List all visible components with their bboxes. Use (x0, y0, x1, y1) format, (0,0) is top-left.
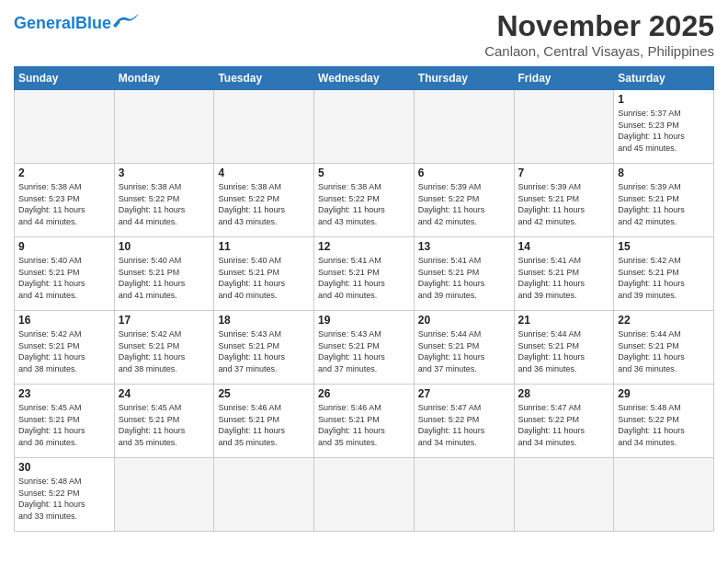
logo-text: GeneralBlue (14, 14, 111, 33)
calendar-day-cell: 12Sunrise: 5:41 AM Sunset: 5:21 PM Dayli… (314, 237, 415, 311)
day-number: 24 (119, 387, 210, 400)
day-number: 26 (318, 387, 410, 400)
day-info: Sunrise: 5:42 AM Sunset: 5:21 PM Dayligh… (18, 328, 110, 374)
calendar-header-thursday: Thursday (414, 67, 514, 90)
day-number: 3 (119, 167, 210, 179)
day-number: 21 (518, 314, 610, 327)
calendar-day-cell (214, 90, 314, 164)
calendar-header-wednesday: Wednesday (314, 67, 415, 90)
calendar-day-cell: 6Sunrise: 5:39 AM Sunset: 5:22 PM Daylig… (414, 164, 514, 237)
calendar-day-cell: 14Sunrise: 5:41 AM Sunset: 5:21 PM Dayli… (514, 237, 614, 311)
day-info: Sunrise: 5:39 AM Sunset: 5:22 PM Dayligh… (418, 181, 510, 227)
day-number: 25 (218, 387, 310, 400)
calendar-day-cell: 22Sunrise: 5:44 AM Sunset: 5:21 PM Dayli… (614, 311, 714, 385)
calendar-week-row: 16Sunrise: 5:42 AM Sunset: 5:21 PM Dayli… (15, 311, 714, 385)
calendar-week-row: 1Sunrise: 5:37 AM Sunset: 5:23 PM Daylig… (15, 90, 714, 164)
day-info: Sunrise: 5:39 AM Sunset: 5:21 PM Dayligh… (518, 181, 610, 227)
calendar-day-cell: 4Sunrise: 5:38 AM Sunset: 5:22 PM Daylig… (214, 164, 314, 237)
calendar-day-cell: 30Sunrise: 5:48 AM Sunset: 5:22 PM Dayli… (15, 458, 115, 532)
calendar-day-cell (414, 458, 514, 532)
day-number: 27 (418, 387, 510, 400)
day-number: 7 (518, 167, 610, 179)
calendar-day-cell: 1Sunrise: 5:37 AM Sunset: 5:23 PM Daylig… (614, 90, 714, 164)
day-info: Sunrise: 5:41 AM Sunset: 5:21 PM Dayligh… (318, 255, 410, 301)
calendar-day-cell (214, 458, 314, 532)
day-number: 10 (119, 240, 210, 253)
day-number: 2 (18, 167, 110, 179)
calendar-day-cell: 9Sunrise: 5:40 AM Sunset: 5:21 PM Daylig… (15, 237, 115, 311)
day-info: Sunrise: 5:38 AM Sunset: 5:22 PM Dayligh… (218, 181, 310, 227)
calendar-day-cell: 28Sunrise: 5:47 AM Sunset: 5:22 PM Dayli… (514, 385, 614, 458)
calendar-week-row: 2Sunrise: 5:38 AM Sunset: 5:23 PM Daylig… (15, 164, 714, 237)
calendar-day-cell: 17Sunrise: 5:42 AM Sunset: 5:21 PM Dayli… (114, 311, 214, 385)
calendar-day-cell (15, 90, 115, 164)
calendar-day-cell (614, 458, 714, 532)
day-info: Sunrise: 5:46 AM Sunset: 5:21 PM Dayligh… (218, 402, 310, 448)
day-info: Sunrise: 5:40 AM Sunset: 5:21 PM Dayligh… (119, 255, 210, 301)
calendar-day-cell: 8Sunrise: 5:39 AM Sunset: 5:21 PM Daylig… (614, 164, 714, 237)
calendar-day-cell: 13Sunrise: 5:41 AM Sunset: 5:21 PM Dayli… (414, 237, 514, 311)
day-info: Sunrise: 5:41 AM Sunset: 5:21 PM Dayligh… (418, 255, 510, 301)
day-info: Sunrise: 5:39 AM Sunset: 5:21 PM Dayligh… (618, 181, 710, 227)
calendar-day-cell: 23Sunrise: 5:45 AM Sunset: 5:21 PM Dayli… (15, 385, 115, 458)
calendar-week-row: 9Sunrise: 5:40 AM Sunset: 5:21 PM Daylig… (15, 237, 714, 311)
day-number: 1 (618, 93, 710, 106)
calendar-day-cell: 3Sunrise: 5:38 AM Sunset: 5:22 PM Daylig… (114, 164, 214, 237)
day-number: 6 (418, 167, 510, 179)
calendar-day-cell: 29Sunrise: 5:48 AM Sunset: 5:22 PM Dayli… (614, 385, 714, 458)
day-number: 13 (418, 240, 510, 253)
calendar-day-cell: 25Sunrise: 5:46 AM Sunset: 5:21 PM Dayli… (214, 385, 314, 458)
location-subtitle: Canlaon, Central Visayas, Philippines (484, 43, 714, 59)
calendar-week-row: 23Sunrise: 5:45 AM Sunset: 5:21 PM Dayli… (15, 385, 714, 458)
calendar-day-cell: 20Sunrise: 5:44 AM Sunset: 5:21 PM Dayli… (414, 311, 514, 385)
day-info: Sunrise: 5:43 AM Sunset: 5:21 PM Dayligh… (318, 328, 410, 374)
day-info: Sunrise: 5:38 AM Sunset: 5:22 PM Dayligh… (119, 181, 210, 227)
calendar-day-cell: 18Sunrise: 5:43 AM Sunset: 5:21 PM Dayli… (214, 311, 314, 385)
calendar-header-row: SundayMondayTuesdayWednesdayThursdayFrid… (15, 67, 714, 90)
calendar-header-monday: Monday (114, 67, 214, 90)
day-info: Sunrise: 5:46 AM Sunset: 5:21 PM Dayligh… (318, 402, 410, 448)
day-info: Sunrise: 5:48 AM Sunset: 5:22 PM Dayligh… (18, 476, 110, 522)
day-info: Sunrise: 5:42 AM Sunset: 5:21 PM Dayligh… (119, 328, 210, 374)
month-year-title: November 2025 (484, 9, 714, 43)
day-info: Sunrise: 5:48 AM Sunset: 5:22 PM Dayligh… (618, 402, 710, 448)
calendar-day-cell: 7Sunrise: 5:39 AM Sunset: 5:21 PM Daylig… (514, 164, 614, 237)
calendar-day-cell: 5Sunrise: 5:38 AM Sunset: 5:22 PM Daylig… (314, 164, 415, 237)
logo: GeneralBlue (14, 9, 139, 33)
calendar-day-cell: 27Sunrise: 5:47 AM Sunset: 5:22 PM Dayli… (414, 385, 514, 458)
day-number: 29 (618, 387, 710, 400)
calendar-day-cell: 16Sunrise: 5:42 AM Sunset: 5:21 PM Dayli… (15, 311, 115, 385)
calendar-day-cell: 15Sunrise: 5:42 AM Sunset: 5:21 PM Dayli… (614, 237, 714, 311)
calendar-day-cell (114, 458, 214, 532)
day-number: 28 (518, 387, 610, 400)
calendar-day-cell (514, 458, 614, 532)
calendar-day-cell: 10Sunrise: 5:40 AM Sunset: 5:21 PM Dayli… (114, 237, 214, 311)
day-info: Sunrise: 5:45 AM Sunset: 5:21 PM Dayligh… (18, 402, 110, 448)
day-number: 22 (618, 314, 710, 327)
day-number: 11 (218, 240, 310, 253)
day-info: Sunrise: 5:42 AM Sunset: 5:21 PM Dayligh… (618, 255, 710, 301)
day-info: Sunrise: 5:37 AM Sunset: 5:23 PM Dayligh… (618, 108, 710, 154)
day-info: Sunrise: 5:45 AM Sunset: 5:21 PM Dayligh… (119, 402, 210, 448)
calendar-header-tuesday: Tuesday (214, 67, 314, 90)
calendar-day-cell (114, 90, 214, 164)
calendar-day-cell: 24Sunrise: 5:45 AM Sunset: 5:21 PM Dayli… (114, 385, 214, 458)
day-info: Sunrise: 5:47 AM Sunset: 5:22 PM Dayligh… (418, 402, 510, 448)
calendar-day-cell: 26Sunrise: 5:46 AM Sunset: 5:21 PM Dayli… (314, 385, 415, 458)
calendar-day-cell (514, 90, 614, 164)
day-number: 19 (318, 314, 410, 327)
day-info: Sunrise: 5:44 AM Sunset: 5:21 PM Dayligh… (518, 328, 610, 374)
day-info: Sunrise: 5:47 AM Sunset: 5:22 PM Dayligh… (518, 402, 610, 448)
day-number: 5 (318, 167, 410, 179)
day-info: Sunrise: 5:44 AM Sunset: 5:21 PM Dayligh… (618, 328, 710, 374)
page-header: GeneralBlue November 2025 Canlaon, Centr… (14, 9, 714, 59)
day-number: 30 (18, 461, 110, 474)
day-number: 17 (119, 314, 210, 327)
calendar-day-cell: 21Sunrise: 5:44 AM Sunset: 5:21 PM Dayli… (514, 311, 614, 385)
day-number: 4 (218, 167, 310, 179)
day-info: Sunrise: 5:38 AM Sunset: 5:22 PM Dayligh… (318, 181, 410, 227)
day-number: 16 (18, 314, 110, 327)
calendar-day-cell (314, 458, 415, 532)
day-info: Sunrise: 5:40 AM Sunset: 5:21 PM Dayligh… (218, 255, 310, 301)
calendar-day-cell: 11Sunrise: 5:40 AM Sunset: 5:21 PM Dayli… (214, 237, 314, 311)
